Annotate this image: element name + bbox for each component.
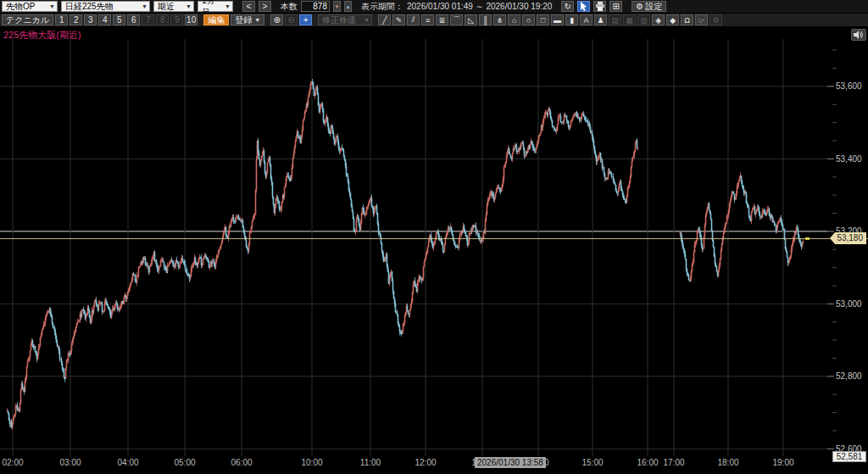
chart-slot-1-button[interactable]: 1 <box>55 14 68 25</box>
chart-slot-6-button[interactable]: 6 <box>127 14 140 25</box>
chart-slot-5-button[interactable]: 5 <box>113 14 125 25</box>
time-tick-label: 18:00 <box>717 458 738 467</box>
time-tick-label: 15:00 <box>581 458 603 467</box>
eraser-icon[interactable]: ◈ <box>652 14 665 25</box>
pointer-tool-button[interactable] <box>577 1 590 12</box>
instrument-select[interactable]: 日経225先物 ▼ <box>61 1 150 12</box>
time-tick-label: 10:00 <box>301 458 322 467</box>
horizontal-bar-icon[interactable]: ▬ <box>551 14 564 25</box>
chart-slot-3-button[interactable]: 3 <box>84 14 97 25</box>
chart-slot-4-button[interactable]: 4 <box>98 14 111 25</box>
prev-period-button[interactable]: < <box>242 1 255 12</box>
pointer-icon <box>579 2 588 12</box>
reference-price-badge: 52,581 <box>832 451 866 462</box>
bar-count-increase-button[interactable]: ▲ <box>344 1 352 12</box>
cursor-datetime-tooltip: 2026/01/30 13:58 <box>475 457 546 468</box>
price-tick-label: 53,400 <box>836 154 862 164</box>
chart-slot-9-button[interactable]: 9 <box>170 14 183 25</box>
bar-count-label: 本数 <box>281 1 298 13</box>
tool-settings-icon[interactable]: ⚙ <box>709 14 722 25</box>
chart-slot-8-button[interactable]: 8 <box>156 14 169 25</box>
printer-icon <box>595 2 605 11</box>
contract-month-select[interactable]: 期近 ▼ <box>153 1 194 12</box>
vertical-bar-icon[interactable]: ▮ <box>565 14 578 25</box>
circle-icon[interactable]: ○ <box>522 14 535 25</box>
chevron-down-icon: ▼ <box>49 3 55 9</box>
gear-icon: ⚙ <box>636 2 643 11</box>
zoom-out-button[interactable]: ⊖ <box>285 14 298 25</box>
time-tick-label: 12:00 <box>415 458 436 467</box>
marker-icon[interactable]: ♟ <box>594 14 607 25</box>
chart-slot-7-button[interactable]: 7 <box>142 14 154 25</box>
current-price-badge: 53,180 <box>830 232 866 244</box>
new-window-icon: ⊞ <box>613 2 620 11</box>
instrument-category-value: 先物OP <box>6 1 35 13</box>
chart-area[interactable]: 225先物大阪(期近) 52,60052,80053,00053,20053,4… <box>0 27 868 474</box>
instrument-category-select[interactable]: 先物OP ▼ <box>2 1 58 12</box>
zoom-out-icon: ⊖ <box>287 15 294 25</box>
chevron-down-icon: ▼ <box>225 3 231 9</box>
time-tick-label: 03:00 <box>59 458 81 467</box>
chart-number-buttons: 12345678910 <box>55 14 198 25</box>
pitchfork-icon[interactable]: ⋔ <box>493 14 506 25</box>
contract-month-value: 期近 <box>158 1 175 13</box>
crosshair-icon: + <box>303 15 309 25</box>
bar-count-input[interactable] <box>301 1 330 12</box>
last-price-marker <box>805 237 810 240</box>
sound-button[interactable] <box>851 29 866 41</box>
zoom-in-icon: ⊕ <box>273 15 280 25</box>
fan-lines-icon[interactable]: ◺ <box>465 14 477 25</box>
price-adjust-value: 修正株価 <box>322 14 356 26</box>
rectangle-icon[interactable]: □ <box>537 14 549 25</box>
display-period-value: 2026/01/30 01:49 ～ 2026/01/30 19:20 <box>407 1 552 13</box>
time-tick-label: 02:00 <box>2 458 23 467</box>
bar-count-decrease-button[interactable]: ▼ <box>333 1 341 12</box>
pentagon-icon[interactable]: ⌂ <box>508 14 520 25</box>
pattern-c-icon[interactable]: ▧ <box>637 14 650 25</box>
new-window-button[interactable]: ⊞ <box>609 1 622 12</box>
vertical-lines-icon[interactable]: ║ <box>479 14 492 25</box>
eraser-all-icon[interactable]: ◆ <box>666 14 679 25</box>
horizontal-lines-icon[interactable]: ≣ <box>436 14 448 25</box>
technical-button[interactable]: テクニカル <box>2 14 53 25</box>
register-button[interactable]: 登録 ▼ <box>231 14 264 25</box>
chart-slot-10-button[interactable]: 10 <box>185 14 198 25</box>
refresh-icon: ↻ <box>565 2 571 11</box>
zoom-in-button[interactable]: ⊕ <box>270 14 283 25</box>
pattern-b-icon[interactable]: ▦ <box>623 14 636 25</box>
refresh-button[interactable]: ↻ <box>561 1 574 12</box>
settings-button[interactable]: ⚙ 設定 <box>632 1 666 12</box>
price-tick-label: 53,600 <box>836 81 862 91</box>
candles-down-wicks <box>8 79 802 428</box>
edit-button[interactable]: 編集 <box>203 14 229 25</box>
crosshair-button[interactable]: + <box>299 14 312 25</box>
time-tick-label: 19:00 <box>772 458 793 467</box>
candles-up-wicks <box>8 81 804 430</box>
price-tick-label: 53,000 <box>836 299 862 309</box>
candlestick-chart[interactable]: 52,60052,80053,00053,20053,40053,60002:0… <box>0 27 868 474</box>
drawing-tool-buttons: ╱✎⫽≡≣⌒◺║⋔⌂○□▬▮A♟▤▦▧◈◆Ω☞⚙ <box>378 14 722 25</box>
time-tick-label: 05:00 <box>174 458 195 467</box>
display-period-label: 表示期間： <box>361 1 403 13</box>
timeframe-select[interactable]: 1分足 ▼ <box>198 1 233 12</box>
chart-title: 225先物大阪(期近) <box>3 29 81 42</box>
horizontal-line-icon[interactable]: ≡ <box>421 14 434 25</box>
time-tick-label: 04:00 <box>117 458 138 467</box>
chart-slot-2-button[interactable]: 2 <box>70 14 82 25</box>
parallel-lines-icon[interactable]: ⫽ <box>407 14 420 25</box>
trendline-icon[interactable]: ╱ <box>378 14 391 25</box>
toolbar-primary: 先物OP ▼ 日経225先物 ▼ 期近 ▼ 1分足 ▼ < > 本数 ▼ ▲ 表… <box>0 0 868 14</box>
magnet-icon[interactable]: Ω <box>681 14 693 25</box>
print-button[interactable] <box>593 1 606 12</box>
text-icon[interactable]: A <box>580 14 593 25</box>
time-tick-label: 17:00 <box>663 458 684 467</box>
price-adjust-select[interactable]: 修正株価 ▼ <box>318 14 372 25</box>
chevron-down-icon: ▼ <box>254 17 260 23</box>
pattern-a-icon[interactable]: ▤ <box>609 14 621 25</box>
arc-icon[interactable]: ⌒ <box>450 14 463 25</box>
time-tick-label: 06:00 <box>231 458 252 467</box>
next-period-button[interactable]: > <box>259 1 271 12</box>
select-hand-icon[interactable]: ☞ <box>695 14 708 25</box>
pencil-icon[interactable]: ✎ <box>392 14 405 25</box>
chevron-down-icon: ▼ <box>186 3 192 9</box>
